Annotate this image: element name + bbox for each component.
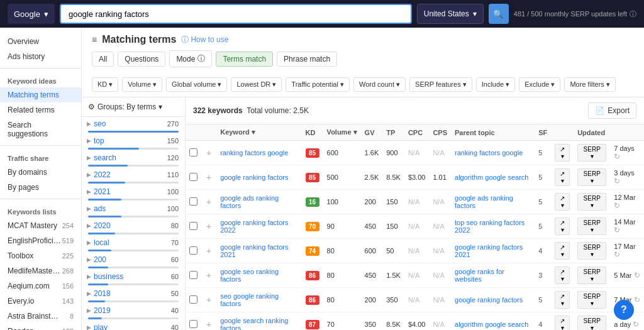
keyword-link[interactable]: google ranking factors 2021 [220, 243, 288, 258]
refresh-icon[interactable]: ↻ [614, 226, 620, 234]
trend-cell[interactable]: ↗ ▾ [551, 239, 574, 263]
group-item[interactable]: ▶ 2019 40 [82, 304, 185, 319]
parent-topic-link[interactable]: ranking factors google [455, 149, 523, 157]
add-button[interactable]: + [205, 221, 213, 231]
add-button[interactable]: + [205, 295, 213, 305]
trend-button[interactable]: ↗ ▾ [555, 316, 570, 330]
sidebar-item-ads-history[interactable]: Ads history [0, 49, 81, 64]
serp-button[interactable]: SERP ▾ [577, 217, 606, 235]
group-item[interactable]: ▶ play 40 [82, 321, 185, 330]
group-item[interactable]: ▶ 2018 50 [82, 287, 185, 302]
col-gv[interactable]: GV [361, 124, 383, 141]
add-button[interactable]: + [205, 197, 213, 207]
serp-button[interactable]: SERP ▾ [577, 267, 606, 284]
col-keyword[interactable]: Keyword ▾ [216, 124, 301, 141]
refresh-icon[interactable]: ↻ [634, 295, 640, 304]
tab-terms-match[interactable]: Terms match [216, 52, 273, 67]
serp-cell[interactable]: SERP ▾ [574, 312, 610, 331]
sidebar-item-aeqium[interactable]: Aeqium.com156 [0, 278, 81, 294]
sidebar-item-matching-terms[interactable]: Matching terms [0, 87, 81, 102]
col-kd[interactable]: KD [302, 124, 323, 141]
sidebar-item-by-domains[interactable]: By domains [0, 165, 81, 180]
tab-mode[interactable]: Mode ⓘ [169, 50, 212, 67]
trend-button[interactable]: ↗ ▾ [555, 291, 570, 309]
country-selector[interactable]: United States ▾ [417, 4, 484, 24]
filter-serp-features[interactable]: SERP features ▾ [409, 77, 472, 92]
groups-header[interactable]: ⚙ Groups: By terms ▾ [82, 97, 185, 117]
serp-cell[interactable]: SERP ▾ [574, 239, 610, 263]
export-button[interactable]: 📄 Export [588, 102, 636, 119]
trend-cell[interactable]: ↗ ▾ [551, 263, 574, 288]
trend-button[interactable]: ↗ ▾ [555, 217, 570, 235]
serp-button[interactable]: SERP ▾ [577, 168, 606, 186]
add-button[interactable]: + [205, 148, 213, 158]
checkbox-cell[interactable] [186, 263, 201, 288]
add-cell[interactable]: + [201, 141, 216, 165]
trend-button[interactable]: ↗ ▾ [555, 168, 570, 186]
tab-questions[interactable]: Questions [118, 52, 165, 67]
serp-cell[interactable]: SERP ▾ [574, 190, 610, 214]
checkbox-cell[interactable] [186, 214, 201, 239]
add-button[interactable]: + [205, 172, 213, 182]
row-checkbox[interactable] [189, 295, 197, 304]
filter-include[interactable]: Include ▾ [476, 77, 516, 92]
filter-lowest-dr[interactable]: Lowest DR ▾ [231, 77, 282, 92]
trend-button[interactable]: ↗ ▾ [555, 193, 570, 211]
add-cell[interactable]: + [201, 312, 216, 331]
checkbox-cell[interactable] [186, 288, 201, 312]
trend-cell[interactable]: ↗ ▾ [551, 288, 574, 312]
row-checkbox[interactable] [189, 148, 197, 157]
serp-button[interactable]: SERP ▾ [577, 316, 606, 330]
keyword-link[interactable]: google ranking factors 2022 [220, 219, 288, 234]
row-checkbox[interactable] [189, 197, 197, 206]
serp-cell[interactable]: SERP ▾ [574, 214, 610, 239]
group-item[interactable]: ▶ top 150 [82, 134, 185, 150]
search-button[interactable]: 🔍 [489, 4, 509, 24]
sidebar-item-overview[interactable]: Overview [0, 34, 81, 49]
tab-phrase-match[interactable]: Phrase match [277, 52, 337, 67]
how-to-use-link[interactable]: ⓘ How to use [181, 35, 228, 45]
group-item[interactable]: ▶ ads 100 [82, 202, 185, 217]
trend-cell[interactable]: ↗ ▾ [551, 141, 574, 165]
trend-cell[interactable]: ↗ ▾ [551, 312, 574, 331]
serp-cell[interactable]: SERP ▾ [574, 141, 610, 165]
sidebar-item-toolbox[interactable]: Toolbox225 [0, 248, 81, 263]
sidebar-item-astra-brainstorm[interactable]: Astra Brainstorm For...8 [0, 309, 81, 324]
sidebar-item-english-proficiency[interactable]: EnglishProficiency...519 [0, 233, 81, 248]
refresh-icon[interactable]: ↻ [614, 201, 620, 210]
filter-traffic-potential[interactable]: Traffic potential ▾ [286, 77, 350, 92]
refresh-icon[interactable]: ↻ [614, 177, 620, 185]
refresh-icon[interactable]: ↻ [614, 152, 620, 161]
sidebar-item-related-terms[interactable]: Related terms [0, 102, 81, 118]
sidebar-item-raeden[interactable]: Raeden123 [0, 324, 81, 330]
sidebar-item-search-suggestions[interactable]: Search suggestions [0, 118, 81, 141]
refresh-icon[interactable]: ↻ [633, 320, 639, 329]
add-button[interactable]: + [205, 319, 213, 329]
parent-topic-link[interactable]: google ads ranking factors [455, 194, 513, 209]
parent-topic-link[interactable]: algorithm google search [455, 321, 528, 328]
group-item[interactable]: ▶ 2020 80 [82, 219, 185, 234]
help-button[interactable]: ? [614, 300, 634, 320]
add-cell[interactable]: + [201, 263, 216, 288]
engine-selector[interactable]: Google ▾ [8, 4, 55, 24]
col-tp[interactable]: TP [382, 124, 404, 141]
row-checkbox[interactable] [189, 173, 197, 181]
row-checkbox[interactable] [189, 271, 197, 279]
sidebar-item-by-pages[interactable]: By pages [0, 180, 81, 195]
add-button[interactable]: + [205, 246, 213, 256]
group-item[interactable]: ▶ business 60 [82, 270, 185, 285]
checkbox-cell[interactable] [186, 165, 201, 190]
keyword-link[interactable]: google ads ranking factors [220, 194, 279, 209]
add-cell[interactable]: + [201, 214, 216, 239]
filter-more[interactable]: More filters ▾ [564, 77, 615, 92]
add-cell[interactable]: + [201, 288, 216, 312]
tab-all[interactable]: All [92, 52, 114, 67]
group-item[interactable]: ▶ 2022 110 [82, 168, 185, 184]
serp-button[interactable]: SERP ▾ [577, 291, 606, 309]
parent-topic-link[interactable]: google ranking factors 2021 [455, 243, 523, 258]
group-item[interactable]: ▶ seo 270 [82, 117, 185, 133]
row-checkbox[interactable] [189, 222, 197, 230]
row-checkbox[interactable] [189, 246, 197, 255]
keyword-link[interactable]: google seo ranking factors [220, 268, 279, 283]
serp-cell[interactable]: SERP ▾ [574, 263, 610, 288]
